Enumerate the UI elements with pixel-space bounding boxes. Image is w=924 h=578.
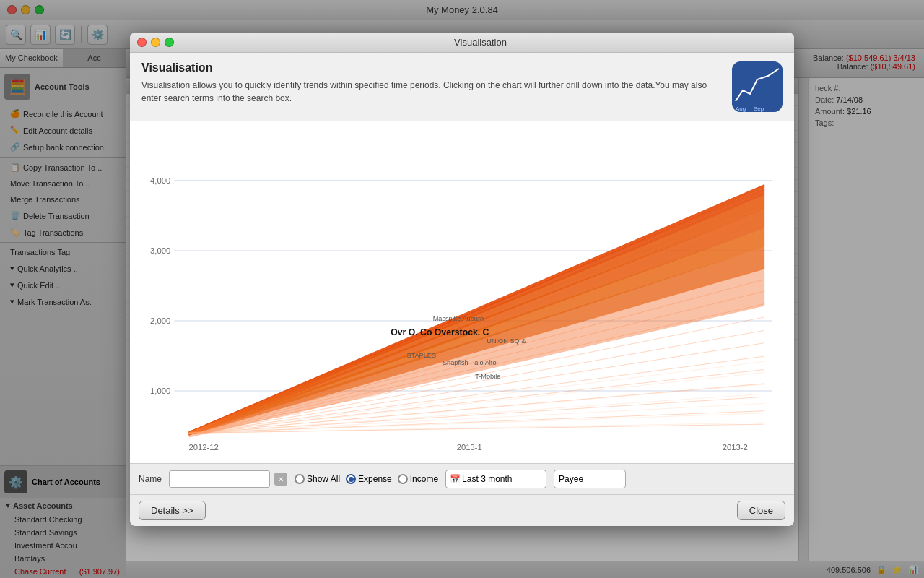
modal-title: Visualisation: [174, 37, 787, 48]
radio-income-label: Income: [410, 474, 438, 484]
chart-controls: Name ✕ Show All Expense Income 📅: [130, 463, 794, 494]
modal-min-btn[interactable]: [151, 38, 160, 47]
modal-titlebar-buttons: [137, 38, 174, 47]
modal-header: Visualisation Visualisation allows you t…: [130, 53, 794, 121]
svg-rect-0: [732, 61, 783, 112]
payee-select-wrapper: Payee Category Tag: [554, 470, 626, 488]
svg-text:Ovr O. Co Overstock. C: Ovr O. Co Overstock. C: [391, 327, 489, 337]
group-by-select[interactable]: Payee Category Tag: [554, 470, 626, 488]
close-modal-button[interactable]: Close: [737, 501, 785, 520]
modal-icon-svg: Aug Sep: [732, 61, 783, 112]
svg-text:Masspike Auburn: Masspike Auburn: [433, 315, 484, 322]
svg-text:3,000: 3,000: [150, 246, 170, 255]
svg-text:STAPLES: STAPLES: [406, 352, 436, 359]
period-calendar-icon: 📅: [450, 474, 461, 484]
modal-overlay: Visualisation Visualisation Visualisatio…: [0, 0, 924, 578]
period-select-wrapper: 📅 Last month Last 3 month Last 6 month L…: [445, 470, 546, 488]
svg-text:2013-1: 2013-1: [457, 443, 482, 452]
name-input[interactable]: [169, 470, 270, 488]
radio-expense-circle: [346, 474, 356, 484]
svg-text:Snapfish Palo Alto: Snapfish Palo Alto: [443, 359, 497, 366]
name-label: Name: [139, 474, 162, 484]
clear-input-button[interactable]: ✕: [274, 473, 287, 486]
radio-income[interactable]: Income: [398, 474, 438, 484]
radio-group: Show All Expense Income: [295, 474, 438, 484]
modal-header-desc: Visualisation allows you to quickly iden…: [141, 79, 723, 105]
modal-header-text: Visualisation Visualisation allows you t…: [141, 61, 723, 105]
chart-container[interactable]: 4,000 3,000 2,000 1,000 2012-12 2013-1 2…: [130, 121, 794, 463]
svg-text:T-Mobile: T-Mobile: [475, 373, 500, 380]
modal-header-icon: Aug Sep: [732, 61, 783, 112]
svg-text:4,000: 4,000: [150, 176, 170, 185]
visualisation-modal: Visualisation Visualisation Visualisatio…: [130, 33, 794, 526]
radio-show-all-circle: [295, 474, 305, 484]
svg-text:Aug: Aug: [736, 105, 746, 112]
chart-svg: 4,000 3,000 2,000 1,000 2012-12 2013-1 2…: [130, 121, 794, 461]
modal-header-title: Visualisation: [141, 61, 723, 74]
modal-titlebar: Visualisation: [130, 33, 794, 53]
svg-text:Sep: Sep: [754, 105, 764, 112]
radio-expense-label: Expense: [358, 474, 392, 484]
modal-footer: Details >> Close: [130, 494, 794, 526]
details-button[interactable]: Details >>: [139, 501, 206, 520]
radio-show-all[interactable]: Show All: [295, 474, 340, 484]
svg-text:2012-12: 2012-12: [189, 443, 219, 452]
svg-text:1,000: 1,000: [150, 387, 170, 395]
radio-income-circle: [398, 474, 408, 484]
radio-show-all-label: Show All: [307, 474, 340, 484]
svg-text:2013-2: 2013-2: [723, 443, 748, 452]
svg-text:2,000: 2,000: [150, 316, 170, 325]
modal-max-btn[interactable]: [165, 38, 174, 47]
svg-text:UNION SQ &: UNION SQ &: [487, 337, 526, 345]
period-select[interactable]: Last month Last 3 month Last 6 month Las…: [445, 470, 546, 488]
radio-expense[interactable]: Expense: [346, 474, 392, 484]
modal-close-btn[interactable]: [137, 38, 147, 47]
